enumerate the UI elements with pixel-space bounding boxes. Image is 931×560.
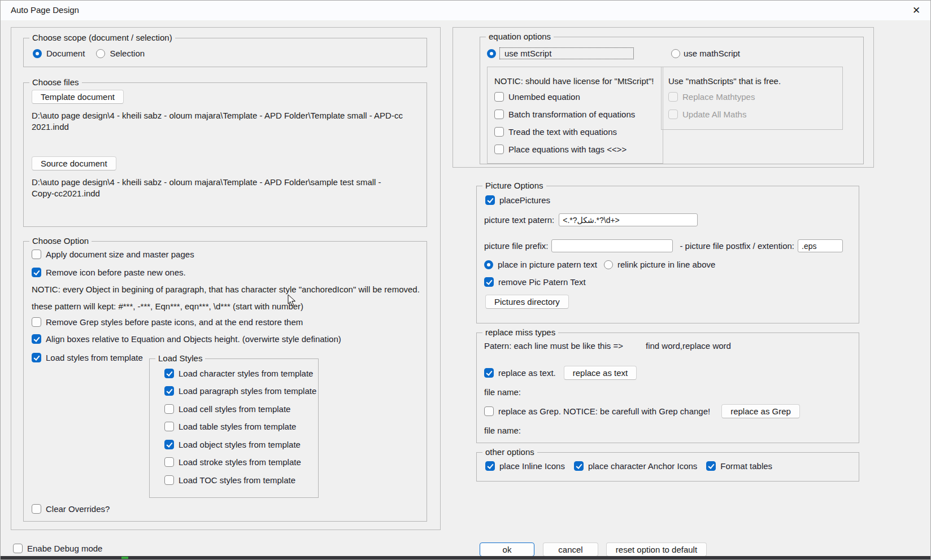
replace-as-text-checkbox[interactable]: [484, 368, 494, 378]
update-all-maths-checkbox: [668, 110, 678, 119]
taskbar-edge: [1, 556, 930, 559]
choose-scope-legend: Choose scope (document / selection): [29, 33, 175, 42]
apply-document-size-checkbox[interactable]: [32, 250, 41, 259]
file-name-label-2: file name:: [484, 426, 521, 435]
choose-option-group: Choose Option Apply document size and ma…: [23, 241, 427, 522]
format-tables-checkbox[interactable]: [706, 461, 716, 471]
remove-grep-styles-checkbox[interactable]: [32, 317, 41, 327]
use-mtscript-focus-box: use mtScript: [499, 47, 634, 59]
equation-options-legend: equation options: [486, 32, 554, 41]
dialog-title: Auto Page Design: [11, 5, 79, 15]
replace-as-grep-label: replace as Grep. NOTICE: be carefull wit…: [498, 406, 710, 416]
enable-debug-checkbox[interactable]: [13, 544, 23, 553]
batch-transformation-checkbox[interactable]: [494, 110, 504, 119]
choose-files-legend: Choose files: [29, 77, 82, 87]
load-toc-styles-checkbox[interactable]: [164, 475, 174, 485]
format-tables-label: Format tables: [720, 461, 772, 471]
picture-options-group: Picture Options placePictures picture te…: [476, 186, 859, 323]
other-options-group: other options place Inline Icons place c…: [476, 452, 859, 482]
load-cell-styles-label: Load cell styles from template: [179, 404, 290, 414]
remove-pic-pattern-label: remove Pic Patern Text: [498, 277, 586, 287]
load-stroke-styles-label: Load stroke styles from template: [179, 457, 301, 467]
place-pictures-checkbox[interactable]: [485, 195, 495, 205]
mtscript-notice: NOTIC: should have license for "MtScript…: [494, 76, 654, 86]
other-options-legend: other options: [482, 447, 537, 457]
place-in-pattern-radio[interactable]: [484, 260, 493, 269]
clear-overrides-checkbox[interactable]: [32, 504, 41, 514]
source-document-path: D:\auto page design\4 - kheili sabz - ol…: [32, 177, 404, 199]
align-boxes-label: Align boxes relative to Equation and Obj…: [46, 334, 341, 344]
replace-as-grep-button[interactable]: replace as Grep: [721, 404, 800, 418]
remove-icon-checkbox[interactable]: [32, 268, 41, 277]
use-mtscript-radio[interactable]: [487, 49, 496, 58]
taskbar-icon-fragment: [121, 557, 128, 559]
use-mathscript-radio[interactable]: [671, 49, 680, 58]
enable-debug-label: Enabe Debug mode: [27, 544, 102, 553]
align-boxes-checkbox[interactable]: [32, 334, 41, 344]
replace-as-text-button[interactable]: replace as text: [564, 366, 637, 380]
mathscript-box: Use "mathScripts" that is free. Replace …: [661, 67, 843, 130]
load-styles-legend: Load Styles: [155, 353, 205, 363]
load-object-styles-label: Load object styles from template: [179, 440, 301, 449]
use-mtscript-label: use mtScript: [504, 49, 551, 58]
scope-document-radio[interactable]: [33, 49, 42, 58]
load-table-styles-label: Load table styles from template: [179, 422, 296, 431]
place-equations-tags-checkbox[interactable]: [494, 145, 504, 154]
replace-pattern-example: find word,replace word: [646, 341, 731, 351]
remove-grep-styles-label: Remove Grep styles before paste icons, a…: [46, 317, 303, 327]
auto-page-design-dialog: Auto Page Design ✕ Choose scope (documen…: [0, 0, 931, 560]
load-toc-styles-label: Load TOC styles from template: [179, 475, 295, 485]
unembed-equation-checkbox[interactable]: [494, 92, 504, 102]
scope-selection-radio[interactable]: [96, 49, 105, 58]
replace-miss-types-legend: replace miss types: [482, 327, 558, 337]
load-character-styles-label: Load character styles from template: [179, 369, 313, 378]
picture-file-prefix-input[interactable]: [551, 239, 673, 252]
picture-file-postfix-input[interactable]: [798, 239, 843, 252]
place-equations-tags-label: Place equations with tags <<>>: [508, 145, 627, 154]
choose-option-legend: Choose Option: [29, 236, 92, 246]
replace-mathtypes-checkbox: [668, 92, 678, 102]
close-icon[interactable]: ✕: [909, 3, 924, 17]
load-styles-from-template-checkbox[interactable]: [32, 353, 41, 362]
unembed-equation-label: Unembed equation: [508, 92, 580, 102]
load-paragraph-styles-label: Load paragraph styles from template: [179, 386, 316, 396]
load-styles-group: Load Styles Load character styles from t…: [149, 358, 319, 498]
picture-text-pattern-input[interactable]: [559, 213, 698, 226]
pictures-directory-button[interactable]: Pictures directory: [485, 295, 569, 309]
clear-overrides-label: Clear Overrides?: [46, 504, 110, 514]
place-inline-icons-checkbox[interactable]: [485, 461, 495, 471]
tread-text-equations-label: Tread the text with equations: [508, 127, 617, 137]
relink-above-radio[interactable]: [604, 260, 613, 269]
load-cell-styles-checkbox[interactable]: [164, 404, 174, 414]
remove-pic-pattern-checkbox[interactable]: [484, 277, 494, 287]
reset-to-default-button[interactable]: reset option to default: [606, 542, 707, 557]
load-styles-from-template-label: Load styles from template: [46, 353, 143, 362]
template-document-path: D:\auto page design\4 - kheili sabz - ol…: [32, 110, 427, 133]
load-object-styles-checkbox[interactable]: [164, 440, 174, 449]
use-mathscript-label: use mathScript: [684, 49, 740, 58]
template-document-button[interactable]: Template document: [32, 90, 124, 104]
load-stroke-styles-checkbox[interactable]: [164, 457, 174, 467]
place-anchor-icons-checkbox[interactable]: [574, 461, 584, 471]
load-paragraph-styles-checkbox[interactable]: [164, 386, 174, 396]
load-table-styles-checkbox[interactable]: [164, 422, 174, 431]
choose-scope-group: Choose scope (document / selection) Docu…: [23, 38, 427, 67]
ok-button[interactable]: ok: [480, 542, 534, 557]
replace-as-text-label: replace as text.: [498, 368, 556, 378]
cancel-button[interactable]: cancel: [543, 542, 598, 557]
load-character-styles-checkbox[interactable]: [164, 369, 174, 378]
tread-text-equations-checkbox[interactable]: [494, 127, 504, 137]
equation-options-group: equation options use mtScript use mathSc…: [480, 37, 864, 164]
mtscript-box: NOTIC: should have license for "MtScript…: [487, 67, 663, 164]
apply-document-size-label: Apply document size and master pages: [46, 250, 194, 259]
choose-files-group: Choose files Template document D:\auto p…: [23, 82, 427, 227]
replace-pattern-note: Patern: each line must be like this =>: [484, 341, 623, 351]
picture-text-pattern-label: picture text patern:: [484, 215, 554, 225]
batch-transformation-label: Batch transformation of equations: [508, 110, 635, 119]
file-name-label-1: file name:: [484, 387, 521, 397]
replace-as-grep-checkbox[interactable]: [484, 406, 494, 416]
picture-file-postfix-label: - picture file postfix / extention:: [680, 241, 794, 251]
source-document-button[interactable]: Source document: [32, 156, 116, 170]
place-in-pattern-label: place in picture patern text: [498, 260, 597, 269]
place-inline-icons-label: place Inline Icons: [499, 461, 565, 471]
